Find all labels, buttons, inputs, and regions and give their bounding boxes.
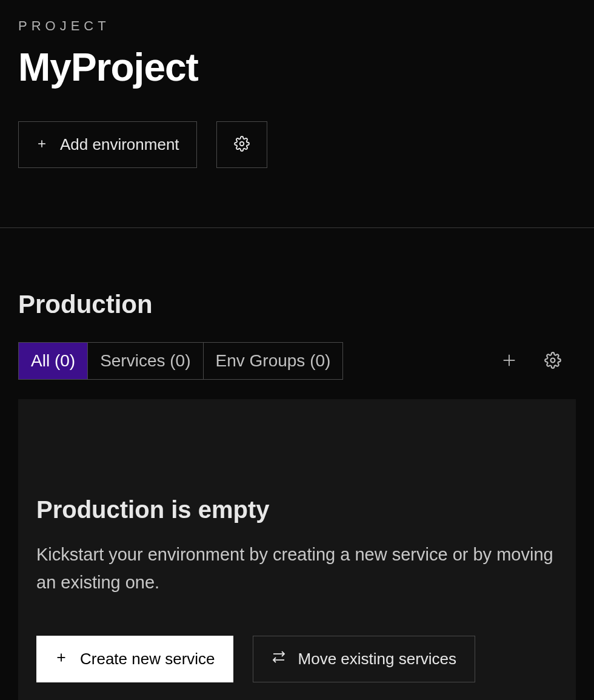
project-settings-button[interactable] <box>216 121 267 168</box>
move-services-label: Move existing services <box>298 650 457 668</box>
project-label: PROJECT <box>18 18 576 34</box>
add-button[interactable] <box>501 352 518 371</box>
svg-point-5 <box>551 358 555 362</box>
tab-services[interactable]: Services (0) <box>88 343 203 379</box>
environment-title: Production <box>18 290 576 319</box>
tab-env-groups[interactable]: Env Groups (0) <box>204 343 343 379</box>
gear-icon <box>234 136 250 153</box>
tabs: All (0) Services (0) Env Groups (0) <box>18 342 343 380</box>
plus-icon <box>501 352 518 371</box>
gear-icon <box>544 352 561 371</box>
plus-icon <box>36 135 48 154</box>
empty-state-description: Kickstart your environment by creating a… <box>36 540 558 597</box>
plus-icon <box>55 650 68 668</box>
empty-state: Production is empty Kickstart your envir… <box>18 399 576 700</box>
environment-settings-button[interactable] <box>544 352 561 371</box>
empty-state-title: Production is empty <box>36 496 558 523</box>
add-environment-label: Add environment <box>60 135 179 154</box>
project-title: MyProject <box>18 45 576 90</box>
transfer-icon <box>272 650 286 668</box>
svg-point-2 <box>239 142 244 146</box>
tab-all[interactable]: All (0) <box>19 343 88 379</box>
create-service-label: Create new service <box>80 650 215 668</box>
create-new-service-button[interactable]: Create new service <box>36 636 233 682</box>
move-existing-services-button[interactable]: Move existing services <box>253 636 476 682</box>
add-environment-button[interactable]: Add environment <box>18 121 197 168</box>
